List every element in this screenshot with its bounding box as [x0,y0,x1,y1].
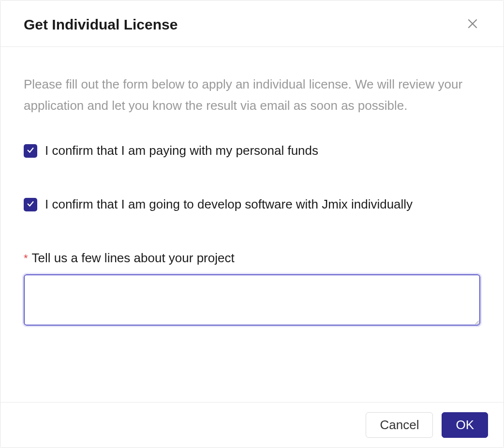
project-textarea[interactable] [24,274,480,326]
intro-text: Please fill out the form below to apply … [24,74,480,116]
required-asterisk: * [24,253,28,264]
ok-button[interactable]: OK [442,412,488,438]
project-field-label: Tell us a few lines about your project [32,251,235,266]
checkbox-row-personal-funds: I confirm that I am paying with my perso… [24,143,480,158]
close-button[interactable] [465,16,480,33]
checkbox-row-develop-individually: I confirm that I am going to develop sof… [24,197,480,212]
close-icon [467,18,478,31]
cancel-button[interactable]: Cancel [366,412,433,438]
dialog-footer: Cancel OK [0,402,504,448]
dialog-title: Get Individual License [24,16,178,33]
project-field-label-row: * Tell us a few lines about your project [24,251,480,266]
dialog-body: Please fill out the form below to apply … [0,47,504,402]
checkbox-personal-funds[interactable] [24,144,37,158]
checkbox-develop-individually[interactable] [24,198,37,211]
project-textarea-wrapper [24,274,480,328]
dialog-header: Get Individual License [0,0,504,47]
license-dialog: Get Individual License Please fill out t… [0,0,504,448]
check-icon [26,146,35,156]
checkbox-label-develop-individually[interactable]: I confirm that I am going to develop sof… [45,197,413,212]
check-icon [26,199,35,210]
checkbox-label-personal-funds[interactable]: I confirm that I am paying with my perso… [45,143,318,158]
